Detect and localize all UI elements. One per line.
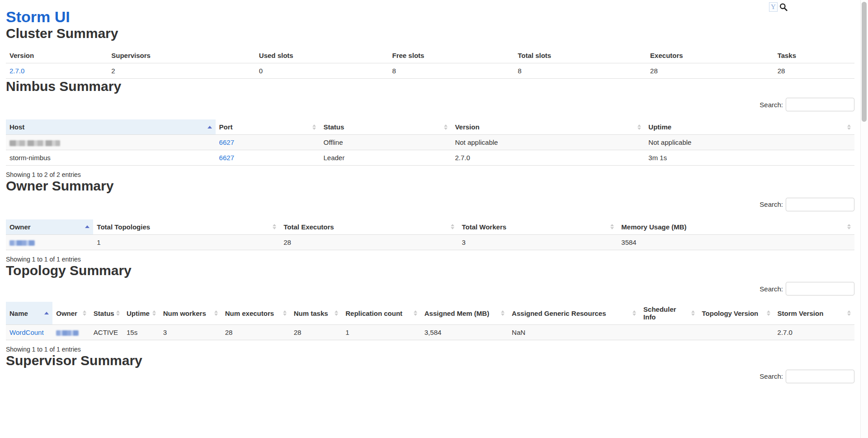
cluster-total-slots-cell: 8	[514, 63, 646, 78]
sort-both-icon	[691, 310, 695, 316]
col-header-host-label: Host	[9, 123, 24, 131]
port-link[interactable]: 6627	[219, 138, 234, 146]
version-link[interactable]: 2.7.0	[9, 67, 24, 75]
col-header-num-executors-label: Num executors	[225, 309, 274, 317]
col-header-total-workers-label: Total Workers	[462, 223, 506, 231]
topology-owner-cell	[52, 325, 90, 340]
sort-both-icon	[335, 310, 338, 316]
sort-both-icon	[283, 310, 287, 316]
col-header-topo-status[interactable]: Status	[90, 302, 123, 325]
col-header-assigned-mem[interactable]: Assigned Mem (MB)	[421, 302, 508, 325]
nimbus-host-cell: storm-nimbus	[6, 150, 216, 166]
nimbus-summary-table: Host Port Status	[6, 119, 854, 166]
supervisor-search-label: Search:	[760, 372, 783, 380]
topology-row: WordCount ACTIVE 15s 3 28 28 1 3,584 NaN…	[6, 325, 854, 340]
owner-total-executors-cell: 28	[280, 234, 458, 250]
col-header-num-workers-label: Num workers	[163, 309, 206, 317]
topology-link[interactable]: WordCount	[9, 328, 44, 336]
cluster-supervisors-cell: 2	[108, 63, 255, 78]
col-header-num-workers[interactable]: Num workers	[160, 302, 222, 325]
topology-summary-table: Name Owner Status	[6, 302, 854, 340]
sort-both-icon	[847, 310, 851, 316]
supervisor-search-row: Search:	[6, 370, 854, 383]
col-header-version: Version	[6, 48, 108, 63]
col-header-num-tasks[interactable]: Num tasks	[290, 302, 342, 325]
col-header-total-topologies[interactable]: Total Topologies	[93, 219, 280, 235]
topology-scheduler-info-cell	[640, 325, 698, 340]
col-header-assigned-mem-label: Assigned Mem (MB)	[425, 309, 489, 317]
col-header-uptime[interactable]: Uptime	[645, 119, 854, 135]
y-badge[interactable]: Y	[769, 2, 778, 12]
redacted-host-value	[9, 140, 60, 146]
app-title[interactable]: Storm UI	[6, 8, 854, 26]
col-header-owner-label: Owner	[9, 223, 31, 231]
col-header-owner[interactable]: Owner	[6, 219, 93, 235]
col-header-status-label: Status	[323, 123, 344, 131]
col-header-topology-version[interactable]: Topology Version	[698, 302, 774, 325]
page-scrollbar[interactable]	[860, 0, 868, 438]
col-header-memory-usage[interactable]: Memory Usage (MB)	[618, 219, 854, 235]
col-header-status[interactable]: Status	[320, 119, 451, 135]
sort-both-icon	[152, 310, 156, 316]
col-header-assigned-generic-resources[interactable]: Assigned Generic Resources	[508, 302, 640, 325]
col-header-scheduler-info-label: Scheduler Info	[643, 305, 689, 321]
col-header-total-executors[interactable]: Total Executors	[280, 219, 458, 235]
sort-both-icon	[312, 124, 316, 130]
cluster-free-slots-cell: 8	[389, 63, 514, 78]
scrollbar-thumb[interactable]	[862, 2, 867, 122]
nimbus-port-cell: 6627	[216, 135, 320, 150]
owner-memory-usage-cell: 3584	[618, 234, 854, 250]
nimbus-status-cell: Leader	[320, 150, 451, 166]
col-header-total-slots: Total slots	[514, 48, 646, 63]
topology-name-cell: WordCount	[6, 325, 52, 340]
owner-name-cell	[6, 234, 93, 250]
col-header-nimbus-version[interactable]: Version	[451, 119, 645, 135]
col-header-topo-uptime[interactable]: Uptime	[123, 302, 160, 325]
nimbus-version-cell: Not applicable	[451, 135, 645, 150]
topology-replication-count-cell: 1	[342, 325, 421, 340]
col-header-scheduler-info[interactable]: Scheduler Info	[640, 302, 698, 325]
supervisor-search-input[interactable]	[786, 370, 854, 383]
nimbus-row: storm-nimbus 6627 Leader 2.7.0 3m 1s	[6, 150, 854, 166]
sort-both-icon	[116, 310, 120, 316]
cluster-summary-heading: Cluster Summary	[6, 26, 854, 42]
topology-num-executors-cell: 28	[222, 325, 290, 340]
search-icon[interactable]	[779, 3, 788, 12]
col-header-topo-status-label: Status	[94, 309, 114, 317]
sort-both-icon	[637, 124, 641, 130]
redacted-owner-value[interactable]	[9, 240, 35, 246]
topbar-icons: Y	[769, 2, 788, 12]
topology-num-tasks-cell: 28	[290, 325, 342, 340]
col-header-replication-count[interactable]: Replication count	[342, 302, 421, 325]
topology-num-workers-cell: 3	[160, 325, 222, 340]
col-header-storm-version[interactable]: Storm Version	[774, 302, 854, 325]
topology-search-input[interactable]	[786, 282, 854, 295]
col-header-name[interactable]: Name	[6, 302, 52, 325]
col-header-nimbus-version-label: Version	[455, 123, 479, 131]
owner-total-topologies-cell: 1	[93, 234, 280, 250]
owner-table-info: Showing 1 to 1 of 1 entries	[6, 256, 854, 263]
nimbus-uptime-cell: 3m 1s	[645, 150, 854, 166]
port-link[interactable]: 6627	[219, 154, 234, 162]
topology-table-info: Showing 1 to 1 of 1 entries	[6, 346, 854, 353]
sort-both-icon	[610, 224, 614, 229]
sort-asc-icon	[208, 126, 212, 129]
owner-search-row: Search:	[6, 198, 854, 211]
col-header-port[interactable]: Port	[216, 119, 320, 135]
sort-both-icon	[451, 224, 454, 229]
owner-search-input[interactable]	[786, 198, 854, 211]
nimbus-search-input[interactable]	[786, 98, 854, 111]
col-header-topo-owner[interactable]: Owner	[52, 302, 90, 325]
col-header-topology-version-label: Topology Version	[702, 309, 759, 317]
col-header-topo-uptime-label: Uptime	[127, 309, 150, 317]
cluster-summary-table: Version Supervisors Used slots Free slot…	[6, 48, 854, 79]
col-header-num-executors[interactable]: Num executors	[222, 302, 290, 325]
topology-summary-heading: Topology Summary	[6, 263, 854, 279]
nimbus-search-label: Search:	[760, 101, 783, 109]
col-header-total-workers[interactable]: Total Workers	[458, 219, 618, 235]
sort-both-icon	[847, 124, 851, 130]
nimbus-host-cell	[6, 135, 216, 150]
sort-asc-icon	[44, 312, 49, 314]
col-header-host[interactable]: Host	[6, 119, 216, 135]
cluster-version-cell: 2.7.0	[6, 63, 108, 78]
